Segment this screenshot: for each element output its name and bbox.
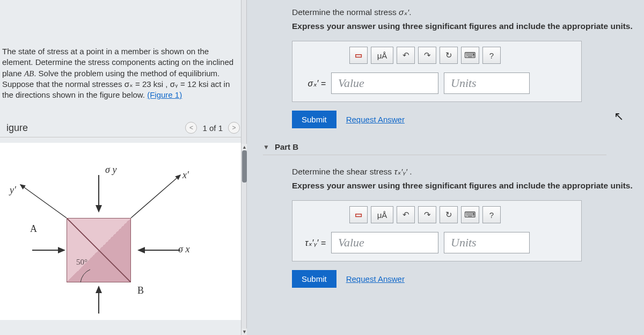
figure-link[interactable]: (Figure 1): [147, 90, 182, 99]
templates-button-b[interactable]: ▭: [349, 206, 368, 223]
undo-button-b[interactable]: ↶: [397, 206, 415, 223]
partb-prompt-2: Express your answer using three signific…: [292, 181, 640, 191]
parta-prompt-post: .: [409, 8, 411, 17]
parta-submit-row: Submit Request Answer: [292, 111, 640, 128]
reset-button[interactable]: ↻: [440, 47, 458, 64]
redo-button-b[interactable]: ↷: [418, 206, 436, 223]
problem-statement: The state of stress at a point in a memb…: [0, 41, 246, 106]
partb-answer-box: ▭ μÅ ↶ ↷ ↻ ⌨ ? τₓ′ᵧ′ = Value Units: [292, 200, 582, 261]
partb-prompt-post: .: [407, 167, 412, 176]
redo-button[interactable]: ↷: [418, 47, 436, 64]
partb-units-input[interactable]: Units: [444, 232, 530, 253]
partb-value-input[interactable]: Value: [331, 232, 438, 253]
keyboard-button[interactable]: ⌨: [461, 47, 479, 64]
partb-title: Part B: [275, 142, 298, 151]
right-panel: Determine the normal stress σₓ′. Express…: [247, 0, 644, 335]
units-button-b[interactable]: μÅ: [371, 206, 393, 223]
parta-prompt-1: Determine the normal stress σₓ′.: [292, 8, 640, 17]
parta-value-input[interactable]: Value: [331, 72, 438, 94]
partb-section: Determine the shear stress τₓ′ᵧ′ . Expre…: [292, 167, 640, 288]
left-panel: The state of stress at a point in a memb…: [0, 0, 247, 335]
label-x-prime: x′: [182, 170, 189, 181]
partb-input-row: τₓ′ᵧ′ = Value Units: [302, 232, 576, 253]
parta-request-answer-link[interactable]: Request Answer: [346, 115, 405, 124]
units-button[interactable]: μÅ: [371, 47, 393, 64]
undo-button[interactable]: ↶: [397, 47, 415, 64]
keyboard-button-b[interactable]: ⌨: [461, 206, 479, 223]
figure-header: igure < 1 of 1 >: [0, 119, 246, 137]
parta-var: σₓ′: [399, 8, 409, 17]
parta-prompt-2: Express your answer using three signific…: [292, 21, 640, 31]
prev-figure-button[interactable]: <: [185, 122, 197, 134]
cursor-icon: ↖: [614, 110, 624, 123]
partb-submit-button[interactable]: Submit: [292, 270, 336, 288]
reset-button-b[interactable]: ↻: [440, 206, 458, 223]
templates-button[interactable]: ▭: [349, 47, 368, 64]
help-button[interactable]: ?: [482, 47, 501, 64]
panel-scrollbar[interactable]: ▲ ▼: [241, 0, 247, 335]
next-figure-button[interactable]: >: [228, 122, 240, 134]
collapse-icon: ▼: [263, 143, 269, 151]
figure-canvas: σ y x′ y′ A σ x 50° B: [0, 143, 246, 320]
figure-arrows: [0, 143, 247, 320]
partb-prompt-pre: Determine the shear stress: [292, 167, 394, 176]
svg-line-2: [131, 175, 180, 218]
plane-ab: AB: [24, 69, 34, 78]
figure-nav: < 1 of 1 >: [185, 122, 240, 134]
label-sigma-y: σ y: [105, 164, 116, 176]
parta-answer-box: ▭ μÅ ↶ ↷ ↻ ⌨ ? σₓ′ = Value Units: [292, 41, 582, 102]
label-b: B: [137, 285, 144, 296]
parta-input-row: σₓ′ = Value Units: [302, 72, 576, 94]
partb-toolbar: ▭ μÅ ↶ ↷ ↻ ⌨ ?: [349, 206, 576, 223]
label-angle: 50°: [76, 258, 87, 267]
partb-var: τₓ′ᵧ′: [394, 167, 407, 176]
label-a: A: [30, 223, 37, 235]
sep: ,: [163, 79, 170, 89]
figure-count: 1 of 1: [202, 123, 223, 133]
partb-prompt-1: Determine the shear stress τₓ′ᵧ′ .: [292, 167, 640, 177]
partb-var-label: τₓ′ᵧ′ =: [302, 238, 326, 248]
label-y-prime: y′: [10, 185, 16, 196]
partb-request-answer-link[interactable]: Request Answer: [346, 274, 405, 283]
label-sigma-x: σ x: [178, 244, 189, 255]
svg-line-3: [20, 185, 67, 218]
parta-units-input[interactable]: Units: [444, 72, 530, 94]
partb-header[interactable]: ▼ Part B: [263, 142, 606, 155]
parta-var-label: σₓ′ =: [302, 78, 326, 89]
help-button-b[interactable]: ?: [482, 206, 501, 223]
scroll-thumb[interactable]: [242, 150, 247, 183]
partb-submit-row: Submit Request Answer: [292, 270, 640, 288]
parta-submit-button[interactable]: Submit: [292, 111, 336, 128]
parta-prompt-pre: Determine the normal stress: [292, 8, 399, 17]
sigma-x-value: σₓ = 23 ksi: [125, 79, 164, 89]
figure-title: igure: [6, 122, 28, 134]
parta-toolbar: ▭ μÅ ↶ ↷ ↻ ⌨ ?: [349, 47, 576, 64]
sigma-y-value: σᵧ = 12 ksi: [170, 79, 209, 89]
